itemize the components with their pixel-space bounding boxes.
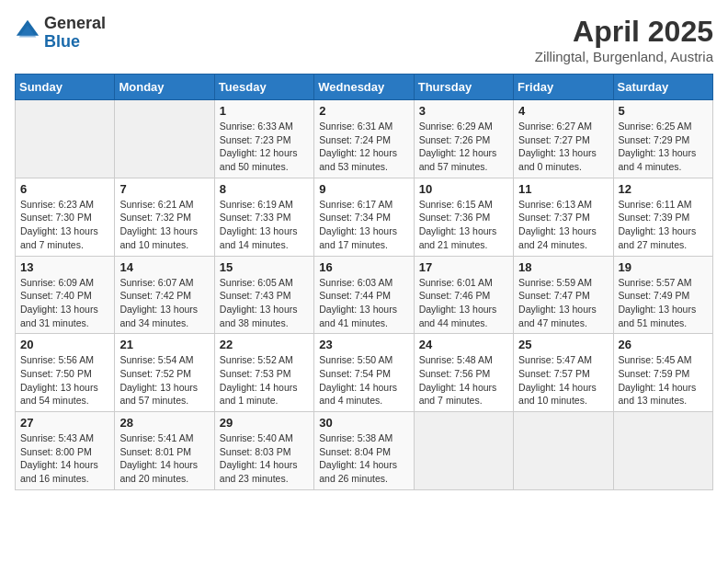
calendar-cell: 1Sunrise: 6:33 AM Sunset: 7:23 PM Daylig… xyxy=(214,100,313,178)
day-info: Sunrise: 6:07 AM Sunset: 7:42 PM Dayligh… xyxy=(119,276,209,330)
calendar-cell xyxy=(514,412,613,490)
calendar-cell xyxy=(16,100,115,178)
day-info: Sunrise: 6:27 AM Sunset: 7:27 PM Dayligh… xyxy=(518,120,608,174)
day-number: 2 xyxy=(319,104,408,118)
day-info: Sunrise: 6:29 AM Sunset: 7:26 PM Dayligh… xyxy=(419,120,508,174)
day-number: 6 xyxy=(20,182,109,196)
day-info: Sunrise: 6:03 AM Sunset: 7:44 PM Dayligh… xyxy=(319,276,408,330)
day-number: 20 xyxy=(20,338,109,351)
calendar-cell: 20Sunrise: 5:56 AM Sunset: 7:50 PM Dayli… xyxy=(16,334,115,412)
logo-icon xyxy=(15,18,40,48)
week-row-4: 27Sunrise: 5:43 AM Sunset: 8:00 PM Dayli… xyxy=(16,412,713,490)
day-info: Sunrise: 5:38 AM Sunset: 8:04 PM Dayligh… xyxy=(319,431,408,486)
day-info: Sunrise: 5:45 AM Sunset: 7:59 PM Dayligh… xyxy=(619,353,708,408)
calendar-cell: 23Sunrise: 5:50 AM Sunset: 7:54 PM Dayli… xyxy=(314,334,414,412)
calendar-cell: 29Sunrise: 5:40 AM Sunset: 8:03 PM Dayli… xyxy=(214,412,313,490)
week-row-0: 1Sunrise: 6:33 AM Sunset: 7:23 PM Daylig… xyxy=(16,100,713,178)
day-info: Sunrise: 6:19 AM Sunset: 7:33 PM Dayligh… xyxy=(220,198,309,252)
week-row-2: 13Sunrise: 6:09 AM Sunset: 7:40 PM Dayli… xyxy=(16,256,713,334)
day-info: Sunrise: 5:40 AM Sunset: 8:03 PM Dayligh… xyxy=(220,431,309,486)
day-number: 25 xyxy=(518,338,608,351)
day-info: Sunrise: 6:05 AM Sunset: 7:43 PM Dayligh… xyxy=(220,276,309,330)
day-number: 28 xyxy=(119,416,209,430)
calendar-cell: 26Sunrise: 5:45 AM Sunset: 7:59 PM Dayli… xyxy=(613,334,712,412)
header: General Blue April 2025 Zillingtal, Burg… xyxy=(15,15,713,64)
day-info: Sunrise: 6:21 AM Sunset: 7:32 PM Dayligh… xyxy=(119,198,209,252)
day-number: 9 xyxy=(319,182,408,196)
day-info: Sunrise: 5:59 AM Sunset: 7:47 PM Dayligh… xyxy=(518,276,608,330)
calendar-cell: 15Sunrise: 6:05 AM Sunset: 7:43 PM Dayli… xyxy=(214,256,313,334)
calendar-cell: 24Sunrise: 5:48 AM Sunset: 7:56 PM Dayli… xyxy=(414,334,513,412)
day-info: Sunrise: 6:17 AM Sunset: 7:34 PM Dayligh… xyxy=(319,198,408,252)
calendar-cell: 6Sunrise: 6:23 AM Sunset: 7:30 PM Daylig… xyxy=(16,178,115,256)
day-info: Sunrise: 6:13 AM Sunset: 7:37 PM Dayligh… xyxy=(518,198,608,252)
day-number: 11 xyxy=(518,182,608,196)
calendar-cell: 18Sunrise: 5:59 AM Sunset: 7:47 PM Dayli… xyxy=(514,256,613,334)
calendar-cell: 12Sunrise: 6:11 AM Sunset: 7:39 PM Dayli… xyxy=(613,178,712,256)
day-number: 15 xyxy=(220,260,309,274)
day-info: Sunrise: 6:31 AM Sunset: 7:24 PM Dayligh… xyxy=(319,120,408,174)
day-number: 12 xyxy=(619,182,708,196)
header-thursday: Thursday xyxy=(414,75,513,100)
calendar-cell: 11Sunrise: 6:13 AM Sunset: 7:37 PM Dayli… xyxy=(514,178,613,256)
header-sunday: Sunday xyxy=(16,75,115,100)
calendar-cell: 16Sunrise: 6:03 AM Sunset: 7:44 PM Dayli… xyxy=(314,256,414,334)
calendar-cell: 22Sunrise: 5:52 AM Sunset: 7:53 PM Dayli… xyxy=(214,334,313,412)
day-info: Sunrise: 6:33 AM Sunset: 7:23 PM Dayligh… xyxy=(220,120,309,174)
day-info: Sunrise: 6:01 AM Sunset: 7:46 PM Dayligh… xyxy=(419,276,508,330)
day-number: 29 xyxy=(220,416,309,430)
day-number: 26 xyxy=(619,338,708,351)
day-info: Sunrise: 5:48 AM Sunset: 7:56 PM Dayligh… xyxy=(419,353,508,408)
day-number: 22 xyxy=(220,338,309,351)
day-number: 19 xyxy=(619,260,708,274)
header-monday: Monday xyxy=(115,75,214,100)
calendar-cell: 13Sunrise: 6:09 AM Sunset: 7:40 PM Dayli… xyxy=(16,256,115,334)
title-area: April 2025 Zillingtal, Burgenland, Austr… xyxy=(535,15,713,64)
calendar-table: SundayMondayTuesdayWednesdayThursdayFrid… xyxy=(15,74,713,490)
calendar-cell xyxy=(414,412,513,490)
calendar-title: April 2025 xyxy=(535,15,713,49)
day-info: Sunrise: 6:15 AM Sunset: 7:36 PM Dayligh… xyxy=(419,198,508,252)
calendar-cell xyxy=(613,412,712,490)
week-row-3: 20Sunrise: 5:56 AM Sunset: 7:50 PM Dayli… xyxy=(16,334,713,412)
day-number: 24 xyxy=(419,338,508,351)
calendar-cell: 3Sunrise: 6:29 AM Sunset: 7:26 PM Daylig… xyxy=(414,100,513,178)
calendar-cell: 19Sunrise: 5:57 AM Sunset: 7:49 PM Dayli… xyxy=(613,256,712,334)
day-info: Sunrise: 5:41 AM Sunset: 8:01 PM Dayligh… xyxy=(119,431,209,486)
day-number: 5 xyxy=(619,104,708,118)
calendar-cell: 14Sunrise: 6:07 AM Sunset: 7:42 PM Dayli… xyxy=(115,256,214,334)
day-number: 13 xyxy=(20,260,109,274)
calendar-cell: 28Sunrise: 5:41 AM Sunset: 8:01 PM Dayli… xyxy=(115,412,214,490)
day-info: Sunrise: 5:52 AM Sunset: 7:53 PM Dayligh… xyxy=(220,353,309,408)
calendar-cell: 9Sunrise: 6:17 AM Sunset: 7:34 PM Daylig… xyxy=(314,178,414,256)
logo-blue: Blue xyxy=(44,32,80,51)
day-info: Sunrise: 5:57 AM Sunset: 7:49 PM Dayligh… xyxy=(619,276,708,330)
day-number: 18 xyxy=(518,260,608,274)
day-number: 8 xyxy=(220,182,309,196)
calendar-cell: 30Sunrise: 5:38 AM Sunset: 8:04 PM Dayli… xyxy=(314,412,414,490)
calendar-cell: 8Sunrise: 6:19 AM Sunset: 7:33 PM Daylig… xyxy=(214,178,313,256)
day-number: 4 xyxy=(518,104,608,118)
header-saturday: Saturday xyxy=(613,75,712,100)
logo: General Blue xyxy=(15,15,106,52)
day-number: 3 xyxy=(419,104,508,118)
logo-general: General xyxy=(44,14,106,32)
calendar-cell: 4Sunrise: 6:27 AM Sunset: 7:27 PM Daylig… xyxy=(514,100,613,178)
day-number: 7 xyxy=(119,182,209,196)
day-number: 27 xyxy=(20,416,109,430)
calendar-cell: 7Sunrise: 6:21 AM Sunset: 7:32 PM Daylig… xyxy=(115,178,214,256)
header-friday: Friday xyxy=(514,75,613,100)
day-info: Sunrise: 6:25 AM Sunset: 7:29 PM Dayligh… xyxy=(619,120,708,174)
day-number: 30 xyxy=(319,416,408,430)
calendar-cell: 25Sunrise: 5:47 AM Sunset: 7:57 PM Dayli… xyxy=(514,334,613,412)
calendar-cell xyxy=(115,100,214,178)
calendar-cell: 10Sunrise: 6:15 AM Sunset: 7:36 PM Dayli… xyxy=(414,178,513,256)
calendar-cell: 27Sunrise: 5:43 AM Sunset: 8:00 PM Dayli… xyxy=(16,412,115,490)
calendar-header-row: SundayMondayTuesdayWednesdayThursdayFrid… xyxy=(16,75,713,100)
day-number: 16 xyxy=(319,260,408,274)
day-info: Sunrise: 6:11 AM Sunset: 7:39 PM Dayligh… xyxy=(619,198,708,252)
week-row-1: 6Sunrise: 6:23 AM Sunset: 7:30 PM Daylig… xyxy=(16,178,713,256)
day-number: 21 xyxy=(119,338,209,351)
calendar-cell: 17Sunrise: 6:01 AM Sunset: 7:46 PM Dayli… xyxy=(414,256,513,334)
day-number: 17 xyxy=(419,260,508,274)
